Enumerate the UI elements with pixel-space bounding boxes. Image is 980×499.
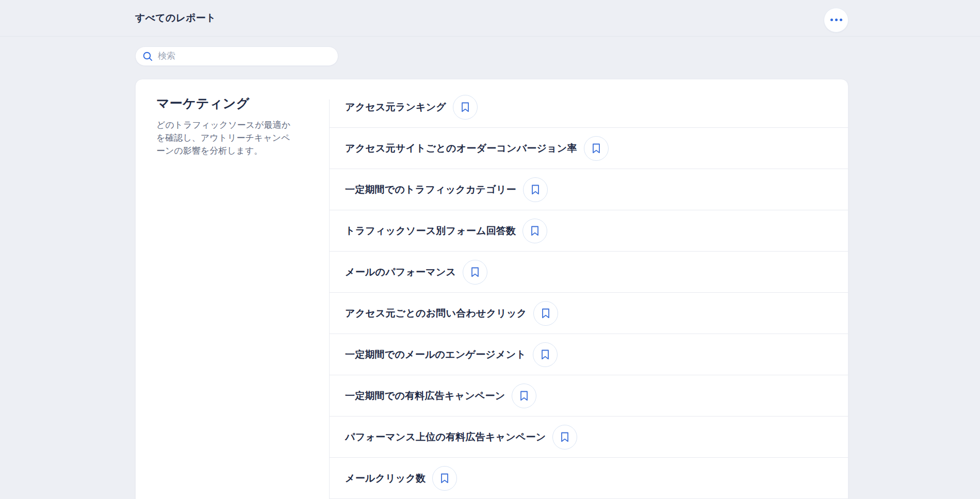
bookmark-icon bbox=[542, 308, 550, 319]
ellipsis-icon bbox=[840, 19, 842, 21]
report-label: パフォーマンス上位の有料広告キャンペーン bbox=[345, 430, 546, 444]
report-row[interactable]: 一定期間での有料広告キャンペーン bbox=[329, 375, 848, 417]
bookmark-button[interactable] bbox=[463, 260, 487, 285]
ellipsis-icon bbox=[835, 19, 838, 21]
bookmark-button[interactable] bbox=[512, 384, 536, 408]
more-options-button[interactable] bbox=[824, 8, 848, 32]
report-row[interactable]: 一定期間でのメールのエンゲージメント bbox=[329, 334, 848, 375]
bookmark-icon bbox=[592, 143, 600, 154]
bookmark-button[interactable] bbox=[453, 95, 478, 120]
report-row[interactable]: メールクリック数 bbox=[329, 458, 848, 499]
report-row[interactable]: 一定期間でのトラフィックカテゴリー bbox=[329, 169, 848, 210]
bookmark-icon bbox=[561, 432, 569, 442]
app-header: すべてのレポート bbox=[0, 0, 980, 37]
main: マーケティング どのトラフィックソースが最適かを確認し、アウトリーチキャンペーン… bbox=[135, 79, 848, 499]
bookmark-button[interactable] bbox=[522, 219, 547, 243]
search-input[interactable] bbox=[158, 51, 331, 61]
report-row[interactable]: パフォーマンス上位の有料広告キャンペーン bbox=[329, 417, 848, 458]
bookmark-button[interactable] bbox=[584, 136, 609, 161]
bookmark-icon bbox=[541, 350, 549, 360]
report-row[interactable]: トラフィックソース別フォーム回答数 bbox=[329, 210, 848, 252]
report-label: メールのパフォーマンス bbox=[345, 265, 456, 279]
category-title: マーケティング bbox=[156, 95, 308, 112]
report-list: アクセス元ランキング アクセス元サイトごとのオーダーコンバージョン率 一定期間で… bbox=[329, 79, 848, 499]
report-label: アクセス元ランキング bbox=[345, 101, 446, 114]
bookmark-button[interactable] bbox=[432, 466, 457, 491]
report-label: 一定期間での有料広告キャンペーン bbox=[345, 389, 505, 403]
column-divider bbox=[329, 99, 330, 499]
bookmark-icon bbox=[531, 185, 540, 195]
report-label: アクセス元サイトごとのオーダーコンバージョン率 bbox=[345, 142, 577, 155]
report-label: 一定期間でのメールのエンゲージメント bbox=[345, 348, 526, 361]
bookmark-icon bbox=[520, 391, 528, 401]
report-label: トラフィックソース別フォーム回答数 bbox=[345, 224, 516, 238]
page-title: すべてのレポート bbox=[135, 11, 216, 25]
report-label: メールクリック数 bbox=[345, 472, 426, 485]
report-row[interactable]: アクセス元ごとのお問い合わせクリック bbox=[329, 293, 848, 334]
category-description: どのトラフィックソースが最適かを確認し、アウトリーチキャンペーンの影響を分析しま… bbox=[156, 119, 293, 157]
bookmark-icon bbox=[531, 226, 539, 236]
report-row[interactable]: メールのパフォーマンス bbox=[329, 252, 848, 293]
bookmark-button[interactable] bbox=[552, 425, 577, 450]
search-row bbox=[135, 46, 848, 66]
bookmark-button[interactable] bbox=[533, 301, 558, 326]
report-row[interactable]: アクセス元サイトごとのオーダーコンバージョン率 bbox=[329, 128, 848, 169]
report-row[interactable]: アクセス元ランキング bbox=[329, 87, 848, 128]
bookmark-icon bbox=[471, 267, 479, 277]
bookmark-icon bbox=[461, 102, 469, 112]
ellipsis-icon bbox=[830, 19, 833, 21]
bookmark-button[interactable] bbox=[523, 177, 548, 202]
report-label: アクセス元ごとのお問い合わせクリック bbox=[345, 307, 527, 320]
search-icon bbox=[143, 52, 153, 61]
bookmark-icon bbox=[440, 473, 449, 484]
bookmark-button[interactable] bbox=[533, 342, 558, 367]
category-panel: マーケティング どのトラフィックソースが最適かを確認し、アウトリーチキャンペーン… bbox=[136, 79, 329, 499]
search-box bbox=[135, 46, 338, 66]
report-label: 一定期間でのトラフィックカテゴリー bbox=[345, 183, 516, 196]
reports-card: マーケティング どのトラフィックソースが最適かを確認し、アウトリーチキャンペーン… bbox=[135, 79, 848, 499]
